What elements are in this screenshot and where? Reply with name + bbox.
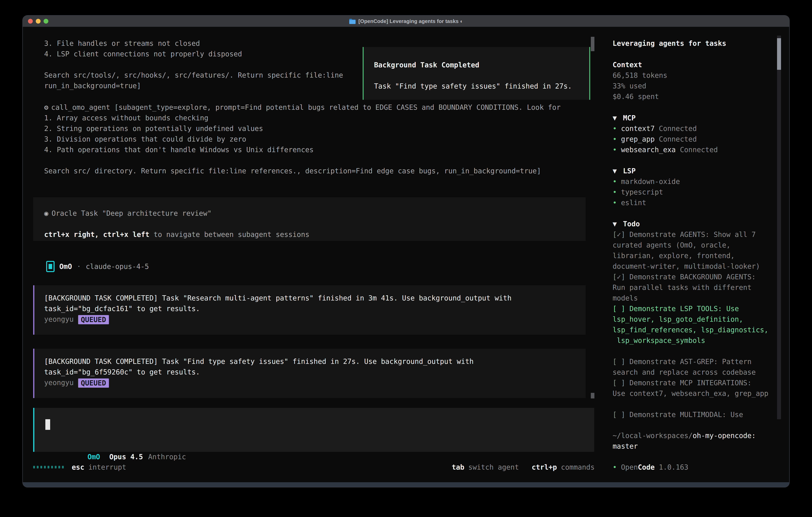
todo-item-done: [✓] Demonstrate AGENTS: Show all 7 curat… [613,229,778,272]
task-meta-line: yeongyuQUEUED [44,377,586,388]
status-left: esc interrupt [33,463,126,471]
tool-call-block: ⚙call_omo_agent [subagent_type=explore, … [44,102,561,176]
collapse-triangle-icon[interactable]: ▼ [613,166,623,176]
collapse-triangle-icon[interactable]: ▼ [613,219,623,229]
todo-item-current: [ ] Demonstrate LSP TOOLS: Use lsp_hover… [613,303,778,346]
todo-item-pending: [ ] Demonstrate MULTIMODAL: Use [613,409,778,420]
terminal-content: 3. File handles or streams not closed 4.… [23,27,789,482]
app-name-prefix: Open [621,463,638,471]
mcp-status: Connected [659,125,697,133]
todo-item-pending: [ ] Demonstrate AST-GREP: Pattern search… [613,356,778,378]
workspace-path-prefix: ~/local-workspaces/ [613,432,693,440]
task-message-line: [BACKGROUND TASK COMPLETED] Task "Find t… [44,356,586,367]
output-line: run_in_background=true] [44,81,343,91]
key-ctrlp: ctrl+p [532,463,557,471]
assistant-output-block: 3. File handles or streams not closed 4.… [44,38,343,91]
mcp-name: websearch_exa [621,146,676,154]
mcp-name: grep_app [621,135,655,143]
sidebar-workspace: ~/local-workspaces/oh-my-opencode: maste… [613,430,778,452]
blank-line [44,219,586,229]
sidebar-todo-section: ▼Todo [✓] Demonstrate AGENTS: Show all 7… [613,219,778,420]
blank-line [374,71,589,81]
sidebar-mcp-section: ▼MCP •context7Connected •grep_appConnect… [613,113,778,155]
mcp-name: context7 [621,125,655,133]
lsp-heading[interactable]: ▼LSP [613,166,778,176]
key-tab: tab [452,463,464,471]
status-dot-icon: • [613,124,621,134]
prompt-input[interactable]: OmOOpus 4.5Anthropic [33,408,594,452]
gear-icon: ⚙ [44,103,48,111]
mcp-status: Connected [659,135,697,143]
task-message-line: task_id="bg_6f59260c" to get results. [44,367,586,377]
task-message-line: task_id="bg_dcfac161" to get results. [44,303,586,314]
input-provider: Anthropic [148,453,186,461]
input-agent-name[interactable]: OmO [88,453,100,461]
lsp-item: •markdown-oxide [613,176,778,187]
oracle-title-line: ◉Oracle Task "Deep architecture review" [44,208,586,219]
tool-call-item: 1. Array access without bounds checking [44,113,561,124]
sidebar-session-title: Leveraging agents for tasks [613,38,778,49]
tool-call-item: 3. Division operations that could divide… [44,134,561,144]
shortcut-hint: to navigate between subagent sessions [149,230,310,239]
background-task-message: [BACKGROUND TASK COMPLETED] Task "Resear… [33,285,586,335]
lsp-name: eslint [621,199,646,207]
lsp-item: •eslint [613,197,778,208]
window-title: [OpenCode] Leveraging agents for tasks ◐ [358,18,463,24]
status-dot-icon: • [613,134,621,144]
separator-dot: · [77,263,81,271]
input-model-name[interactable]: Opus 4.5 [109,453,143,461]
status-dot-icon: • [613,144,621,155]
todo-heading[interactable]: ▼Todo [613,219,778,229]
blank-line [44,155,561,166]
task-meta-line: yeongyuQUEUED [44,314,586,325]
window-bottom-edge [23,482,789,487]
activity-dots [33,466,64,468]
collapse-triangle-icon[interactable]: ▼ [613,113,623,124]
workspace-branch: master [613,441,778,452]
output-line: 4. LSP client connections not properly d… [44,49,343,59]
folder-icon [349,19,356,24]
desktop: [OpenCode] Leveraging agents for tasks ◐… [0,0,812,517]
oracle-task-panel: ◉Oracle Task "Deep architecture review" … [33,197,586,241]
shortcut-keys: ctrl+x right, ctrl+x left [44,230,149,239]
tool-call-item: 2. String operations on potentially unde… [44,124,561,134]
oracle-title: Oracle Task "Deep architecture review" [52,209,211,217]
status-dot-icon: • [613,187,621,197]
lsp-item: •typescript [613,187,778,197]
task-message-line: [BACKGROUND TASK COMPLETED] Task "Resear… [44,293,586,303]
lsp-name: markdown-oxide [621,178,680,186]
context-heading: Context [613,60,778,70]
workspace-repo: oh-my-opencode: [693,432,756,440]
content-scrollbar-thumb[interactable] [591,393,594,399]
mcp-status: Connected [680,146,718,154]
status-bar: esc interrupt tab switch agent ctrl+p co… [33,462,594,472]
key-esc-label: interrupt [88,463,126,471]
status-right: tab switch agent ctrl+p commands [452,463,594,471]
sidebar-scrollbar-thumb[interactable] [777,38,781,70]
mcp-item: •grep_appConnected [613,134,778,144]
agent-checkbox-icon [46,261,55,272]
terminal-window: [OpenCode] Leveraging agents for tasks ◐… [22,15,790,487]
sidebar-scrollbar[interactable] [777,35,781,419]
mcp-item: •websearch_exaConnected [613,144,778,155]
mcp-heading[interactable]: ▼MCP [613,113,778,124]
app-version: 1.0.163 [659,463,689,471]
status-badge: QUEUED [78,315,109,324]
app-name: Code [638,463,655,471]
tool-call-search: Search src/ directory. Return specific f… [44,166,561,176]
output-line: Search src/tools/, src/hooks/, src/featu… [44,70,343,81]
agent-model: claude-opus-4-5 [86,263,149,271]
content-scrollbar-thumb[interactable] [591,37,594,51]
status-dot-icon: • [613,197,621,208]
output-line: 3. File handles or streams not closed [44,38,343,49]
agent-session-header: OmO · claude-opus-4-5 [46,261,149,272]
context-spent: $0.46 spent [613,91,778,102]
task-user: yeongyu [44,315,74,323]
notification-title: Background Task Completed [374,60,589,71]
window-titlebar[interactable]: [OpenCode] Leveraging agents for tasks ◐ [23,16,789,27]
lsp-name: typescript [621,188,663,196]
window-title-area: [OpenCode] Leveraging agents for tasks ◐ [23,16,789,27]
todo-item-done: [✓] Demonstrate BACKGROUND AGENTS: Run p… [613,272,778,303]
todo-item-pending: [ ] Demonstrate MCP INTEGRATIONS: Use co… [613,378,778,399]
tool-call-item: 4. Path operations that don't handle Win… [44,144,561,155]
